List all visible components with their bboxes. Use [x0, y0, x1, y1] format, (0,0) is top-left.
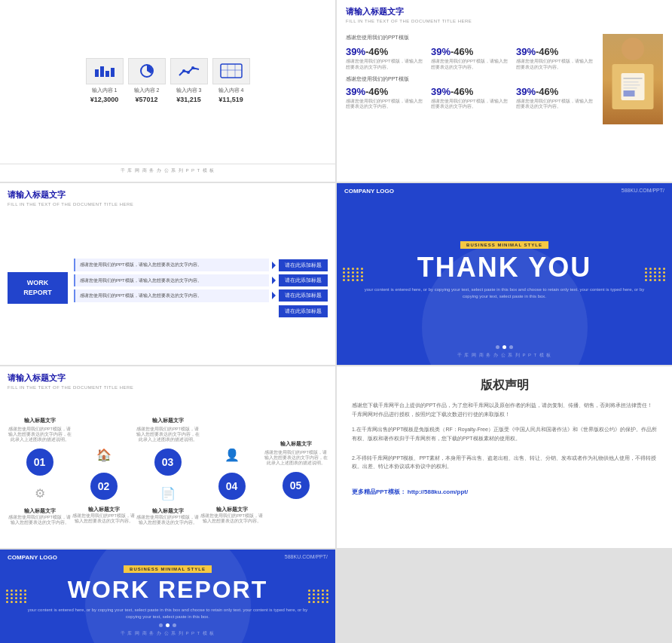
flow-row-4: 请在此添加标题 [74, 305, 328, 317]
stat-item-3: 输入内容 3 ¥31,215 [170, 58, 208, 103]
svg-rect-2 [105, 71, 109, 77]
process-desc-bottom-1: 感谢您使用我们的PPT模版，请输入您想要表达的文字内容。 [8, 515, 72, 525]
process-title-1: 输入标题文字 [24, 417, 56, 424]
work-report-line2: REPORT [17, 288, 59, 298]
slide-work-report-blue: COMPANY LOGO 588KU.COM/PPT/ BUSINESS MIN… [0, 550, 335, 643]
slide7-header: COMPANY LOGO 588KU.COM/PPT/ [0, 550, 335, 565]
stat-icon-4 [212, 58, 250, 84]
percent-val-4: 39%-46% [346, 86, 426, 97]
slide-stats: 输入内容 1 ¥12,3000 输入内容 2 ¥57012 [0, 0, 335, 182]
process-col-1: 输入标题文字 感谢您使用我们的PPT模版，请输入您想要表达的文字内容，在此录入上… [8, 417, 72, 526]
more-label: 更多精品PPT模板： [352, 488, 406, 495]
process-circle-5: 05 [283, 472, 310, 499]
svg-rect-15 [624, 84, 640, 86]
stat-label-3: 输入内容 3 [176, 87, 202, 94]
slide4-title: 请输入标题文字 [8, 372, 328, 384]
slide-process: 请输入标题文字 FILL IN THE TEXT OF THE DOCUMENT… [0, 366, 335, 548]
slide7-badge: BUSINESS MINIMAL STYLE [124, 565, 212, 573]
process-col-3: 输入标题文字 感谢您使用我们的PPT模版，请输入您想要表达的文字内容，在此录入上… [136, 417, 200, 526]
flow-row-2: 感谢您使用我们的PPT模版，请输入您想要表达的文字内容。 请在此添加标题 [74, 274, 328, 286]
slide-thank-you: COMPANY LOGO 588KU.COM/PPT/ BUSINESS MIN… [337, 183, 672, 365]
flow-label-1: 请在此添加标题 [279, 259, 328, 271]
percent-section-label: 感谢您使用我们的PPT模版 [346, 34, 597, 41]
more-url: http://588ku.com/ppt/ [408, 488, 468, 495]
flow-label-4: 请在此添加标题 [279, 305, 328, 317]
svg-rect-16 [624, 87, 637, 89]
process-desc-2: 感谢您使用我们的PPT模版，请输入您想要表达的文字内容。 [72, 513, 136, 524]
slide-copyright: 版权声明 感谢您下载千库网平台上提供的PPT作品，为了您和千库网以及原创作者的利… [337, 366, 672, 548]
process-title-bottom-1: 输入标题文字 [24, 507, 56, 515]
stat-item-1: 输入内容 1 ¥12,3000 [86, 58, 124, 103]
percent-val-1: 39%-46% [346, 46, 426, 57]
process-circle-3: 03 [154, 449, 182, 476]
process-desc-4: 感谢您使用我们的PPT模版，请输入您想要表达的文字内容。 [200, 513, 264, 524]
thank-you-title: THANK YOU [417, 252, 591, 283]
percent-desc-4: 感谢您使用我们的PPT模版，请输入您想要表达的文字内容。 [346, 99, 426, 111]
process-title-2: 输入标题文字 [88, 506, 120, 513]
percent-desc-3: 感谢您使用我们的PPT模版，请输入您想要表达的文字内容。 [516, 59, 597, 71]
svg-rect-14 [624, 81, 639, 83]
percent-grid-row2: 39%-46% 感谢您使用我们的PPT模版，请输入您想要表达的文字内容。 39%… [346, 86, 597, 111]
slide7-nav-dots [0, 623, 335, 627]
percent-item-6: 39%-46% 感谢您使用我们的PPT模版，请输入您想要表达的文字内容。 [516, 86, 597, 111]
website: 588KU.COM/PPT/ [622, 188, 664, 194]
svg-rect-0 [95, 69, 99, 77]
slide-percentages: 请输入标题文字 FILL IN THE TEXT OF THE DOCUMENT… [337, 0, 672, 182]
flow-text-2: 感谢您使用我们的PPT模版，请输入您想要表达的文字内容。 [74, 274, 269, 286]
company-logo: COMPANY LOGO [344, 188, 394, 194]
slide7-desc: your content is entered here, or by copy… [0, 607, 335, 620]
percent-item-4: 39%-46% 感谢您使用我们的PPT模版，请输入您想要表达的文字内容。 [346, 86, 426, 111]
slide4-header: COMPANY LOGO 588KU.COM/PPT/ [337, 183, 672, 199]
slide7-website: 588KU.COM/PPT/ [285, 554, 328, 561]
process-title-5: 输入标题文字 [280, 440, 312, 448]
svg-rect-13 [624, 78, 643, 79]
svg-rect-8 [221, 64, 242, 78]
flow-label-2: 请在此添加标题 [279, 274, 328, 286]
process-col-2: 🏠 02 输入标题文字 感谢您使用我们的PPT模版，请输入您想要表达的文字内容。 [72, 441, 136, 524]
copyright-section1: 1.在千库网出售的PPT模板是免版税类（RF：Royalty-Free）正版受《… [352, 425, 657, 443]
footer-text: 千 库 网 商 务 办 公 系 列 P P T 模 板 [0, 167, 335, 174]
stat-value-4: ¥11,519 [218, 96, 243, 103]
slide4-footer: 千 库 网 商 务 办 公 系 列 P P T 模 板 [337, 352, 672, 365]
percent-grid-row1: 39%-46% 感谢您使用我们的PPT模版，请输入您想要表达的文字内容。 39%… [346, 46, 597, 71]
process-desc-top-1: 感谢您使用我们的PPT模版，请输入您想要表达的文字内容，在此录入上述图表的描述说… [8, 427, 72, 442]
percent-desc-5: 感谢您使用我们的PPT模版，请输入您想要表达的文字内容。 [431, 99, 512, 111]
flow-arrow-3 [272, 292, 276, 299]
stat-icon-1 [86, 58, 124, 84]
stat-item-4: 输入内容 4 ¥11,519 [212, 58, 250, 103]
process-icon-1: ⚙ [29, 482, 51, 504]
flow-row-1: 感谢您使用我们的PPT模版，请输入您想要表达的文字内容。 请在此添加标题 [74, 259, 328, 271]
slide2-title: 请输入标题文字 [346, 6, 663, 17]
flow-arrow-2 [272, 277, 276, 284]
process-title-bottom-3: 输入标题文字 [152, 507, 184, 515]
process-icon-2: 🏠 [93, 444, 115, 467]
percent-val-3: 39%-46% [516, 46, 597, 57]
stat-label-1: 输入内容 1 [92, 87, 118, 94]
process-col-5: 输入标题文字 感谢您使用我们的PPT模版，请输入您想要表达的文字内容，在此录入上… [264, 440, 328, 502]
percent-desc-1: 感谢您使用我们的PPT模版，请输入您想要表达的文字内容。 [346, 59, 426, 71]
flowchart-right: 感谢您使用我们的PPT模版，请输入您想要表达的文字内容。 请在此添加标题 感谢您… [74, 259, 328, 317]
slide7-company-logo: COMPANY LOGO [8, 554, 57, 561]
process-title-3: 输入标题文字 [152, 417, 184, 424]
svg-point-7 [191, 66, 194, 69]
slide7-footer: 千 库 网 商 务 办 公 系 列 P P T 模 板 [0, 630, 335, 643]
stat-value-2: ¥57012 [135, 96, 157, 103]
process-icon-4: 👤 [221, 444, 243, 467]
stat-label-2: 输入内容 2 [134, 87, 160, 94]
flow-row-3: 感谢您使用我们的PPT模版，请输入您想要表达的文字内容。 请在此添加标题 [74, 289, 328, 302]
percent-item-2: 39%-46% 感谢您使用我们的PPT模版，请输入您想要表达的文字内容。 [431, 46, 512, 71]
slide3-title: 请输入标题文字 [8, 189, 328, 201]
slide4-badge: BUSINESS MINIMAL STYLE [460, 241, 548, 249]
percent-item-5: 39%-46% 感谢您使用我们的PPT模版，请输入您想要表达的文字内容。 [431, 86, 512, 111]
svg-rect-17 [624, 90, 635, 96]
slide4-desc: your content is entered here, or by copy… [337, 286, 672, 300]
work-report-line1: WORK [17, 278, 59, 288]
divider [0, 164, 335, 164]
slide2-subtitle: FILL IN THE TEXT OF THE DOCUMENT TITLE H… [346, 19, 663, 23]
process-circle-4: 04 [218, 473, 246, 500]
svg-point-5 [182, 69, 185, 72]
stat-item-2: 输入内容 2 ¥57012 [128, 58, 166, 103]
svg-rect-1 [100, 66, 104, 77]
process-col-4: 👤 04 输入标题文字 感谢您使用我们的PPT模版，请输入您想要表达的文字内容。 [200, 441, 264, 524]
percent-desc-2: 感谢您使用我们的PPT模版，请输入您想要表达的文字内容。 [431, 59, 512, 71]
